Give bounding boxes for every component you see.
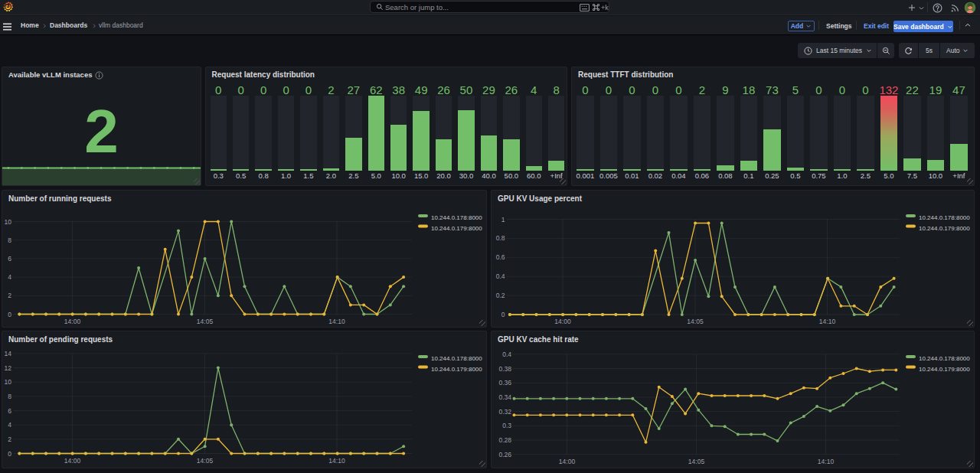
svg-text:14:05: 14:05	[687, 318, 704, 325]
svg-text:2: 2	[8, 292, 11, 299]
svg-text:0.3: 0.3	[502, 422, 511, 429]
svg-text:GPU KV Usage percent: GPU KV Usage percent	[498, 194, 583, 203]
svg-text:14:05: 14:05	[197, 317, 214, 325]
svg-text:14:10: 14:10	[818, 318, 835, 325]
svg-text:0.4: 0.4	[495, 272, 505, 280]
svg-text:1: 1	[501, 215, 505, 223]
svg-text:0: 0	[501, 311, 505, 318]
svg-text:14:00: 14:00	[64, 317, 81, 325]
svg-text:0.6: 0.6	[495, 253, 505, 261]
svg-text:0.38: 0.38	[498, 365, 511, 373]
svg-text:14:00: 14:00	[554, 318, 571, 325]
svg-text:14: 14	[5, 350, 12, 357]
svg-text:10.244.0.178:8000: 10.244.0.178:8000	[919, 214, 970, 221]
svg-text:0.26: 0.26	[498, 451, 511, 458]
svg-text:0.8: 0.8	[495, 234, 505, 242]
svg-text:0.34: 0.34	[498, 393, 511, 401]
svg-text:10.244.0.179:8000: 10.244.0.179:8000	[431, 366, 482, 373]
svg-text:4: 4	[8, 273, 11, 281]
svg-text:0.28: 0.28	[498, 436, 511, 444]
svg-text:8: 8	[8, 236, 11, 243]
svg-text:14:05: 14:05	[688, 458, 704, 465]
svg-text:10.244.0.178:8000: 10.244.0.178:8000	[431, 355, 482, 362]
svg-text:14:05: 14:05	[197, 457, 214, 465]
svg-text:6: 6	[8, 254, 11, 262]
svg-text:0.32: 0.32	[498, 408, 511, 416]
svg-text:0.2: 0.2	[495, 292, 505, 299]
svg-text:8: 8	[8, 393, 11, 400]
svg-text:10.244.0.178:8000: 10.244.0.178:8000	[431, 214, 482, 221]
svg-text:GPU KV cache hit rate: GPU KV cache hit rate	[498, 335, 579, 344]
svg-text:14:10: 14:10	[817, 458, 834, 465]
svg-text:Number of running requests: Number of running requests	[8, 194, 112, 203]
svg-text:0.4: 0.4	[502, 351, 511, 358]
svg-text:0: 0	[8, 310, 11, 318]
svg-text:10.244.0.179:8000: 10.244.0.179:8000	[431, 224, 482, 231]
svg-text:10.244.0.179:8000: 10.244.0.179:8000	[919, 366, 970, 373]
svg-text:10: 10	[5, 217, 12, 225]
svg-text:6: 6	[8, 407, 11, 415]
svg-text:14:10: 14:10	[328, 317, 345, 325]
svg-text:0.36: 0.36	[498, 379, 511, 387]
svg-text:10.244.0.178:8000: 10.244.0.178:8000	[919, 355, 970, 362]
svg-text:14:00: 14:00	[64, 457, 81, 465]
svg-text:12: 12	[5, 364, 12, 372]
svg-text:10: 10	[5, 378, 12, 386]
svg-text:14:00: 14:00	[558, 458, 575, 465]
svg-text:4: 4	[8, 421, 11, 429]
svg-text:2: 2	[8, 435, 11, 443]
svg-text:Number of pending requests: Number of pending requests	[8, 335, 113, 344]
svg-text:14:10: 14:10	[328, 457, 345, 465]
svg-text:10.244.0.179:8000: 10.244.0.179:8000	[919, 224, 970, 231]
svg-text:0: 0	[8, 450, 11, 458]
